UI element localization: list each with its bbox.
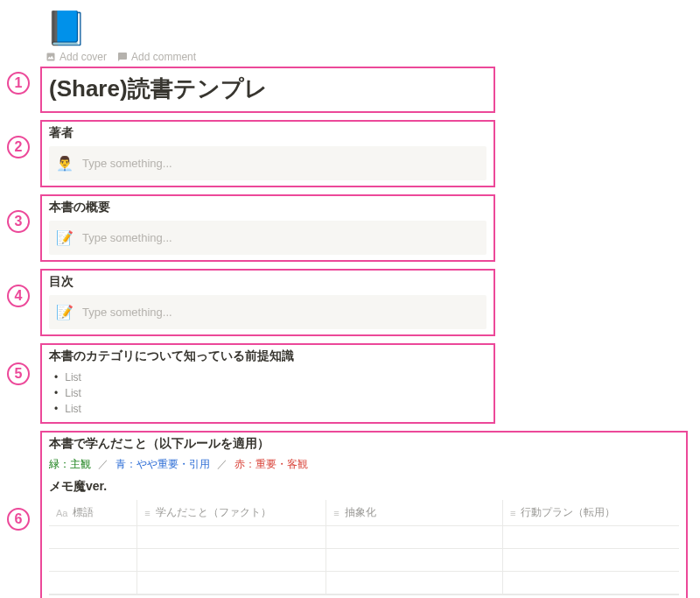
list-item[interactable]: List xyxy=(54,401,486,417)
text-property-icon: ≡ xyxy=(510,508,515,518)
column-header[interactable]: Aa標語 xyxy=(49,500,137,526)
separator: ／ xyxy=(217,457,228,472)
toc-heading: 目次 xyxy=(49,274,486,290)
annotation-3: 3 xyxy=(7,210,30,233)
rule-blue: 青：やや重要・引用 xyxy=(116,457,210,472)
annotation-2: 2 xyxy=(7,136,30,158)
add-comment-label: Add comment xyxy=(131,51,196,63)
column-header[interactable]: ≡学んだこと（ファクト） xyxy=(137,500,326,526)
add-cover-label: Add cover xyxy=(60,51,107,63)
table-row[interactable] xyxy=(49,549,679,572)
toc-callout[interactable]: 📝 Type something... xyxy=(49,295,486,329)
text-property-icon: ≡ xyxy=(144,508,150,518)
text-property-icon: ≡ xyxy=(333,508,339,518)
list-item[interactable]: List xyxy=(54,385,486,401)
title-property-icon: Aa xyxy=(56,508,67,518)
person-icon: 👨‍💼 xyxy=(56,155,74,172)
annotation-6: 6 xyxy=(7,508,30,531)
learned-section: 本書で学んだこと（以下ルールを適用） 緑：主観 ／ 青：やや重要・引用 ／ 赤：… xyxy=(40,431,688,598)
learned-table: Aa標語 ≡学んだこと（ファクト） ≡抽象化 ≡行動プラン（転用） xyxy=(49,500,679,594)
summary-callout[interactable]: 📝 Type something... xyxy=(49,221,486,255)
column-header[interactable]: ≡抽象化 xyxy=(326,500,503,526)
author-heading: 著者 xyxy=(49,125,486,141)
cover-actions: Add cover Add comment xyxy=(46,51,688,63)
toc-placeholder: Type something... xyxy=(82,306,172,319)
summary-heading: 本書の概要 xyxy=(49,200,486,215)
list-item[interactable]: List xyxy=(54,369,486,385)
prior-knowledge-section: 本書のカテゴリについて知っている前提知識 List List List xyxy=(40,343,495,424)
separator: ／ xyxy=(98,457,108,472)
rule-green: 緑：主観 xyxy=(49,457,91,472)
learned-heading: 本書で学んだこと（以下ルールを適用） xyxy=(49,436,679,452)
annotation-5: 5 xyxy=(7,362,30,385)
add-comment-button[interactable]: Add comment xyxy=(117,51,196,63)
column-header[interactable]: ≡行動プラン（転用） xyxy=(502,500,679,526)
annotation-4: 4 xyxy=(7,285,30,307)
color-rules: 緑：主観 ／ 青：やや重要・引用 ／ 赤：重要・客観 xyxy=(49,457,679,472)
table-row[interactable] xyxy=(49,572,679,594)
rule-red: 赤：重要・客観 xyxy=(234,457,308,472)
memo-icon: 📝 xyxy=(56,304,74,320)
annotation-1: 1 xyxy=(7,72,30,95)
new-row-button[interactable]: ＋ New xyxy=(49,594,679,598)
memo-icon: 📝 xyxy=(56,229,74,246)
page-icon[interactable]: 📘 xyxy=(46,9,688,47)
title-box: (Share)読書テンプレ xyxy=(40,67,495,113)
prior-heading: 本書のカテゴリについて知っている前提知識 xyxy=(49,348,486,364)
page-title[interactable]: (Share)読書テンプレ xyxy=(49,72,486,106)
summary-placeholder: Type something... xyxy=(82,231,172,244)
author-callout[interactable]: 👨‍💼 Type something... xyxy=(49,146,486,180)
toc-section: 目次 📝 Type something... xyxy=(40,269,495,336)
add-cover-button[interactable]: Add cover xyxy=(46,51,107,63)
summary-section: 本書の概要 📝 Type something... xyxy=(40,194,495,262)
comment-icon xyxy=(117,52,128,62)
prior-list: List List List xyxy=(49,369,486,417)
database-title[interactable]: メモ魔ver. xyxy=(49,479,679,495)
author-section: 著者 👨‍💼 Type something... xyxy=(40,120,495,187)
table-row[interactable] xyxy=(49,526,679,549)
author-placeholder: Type something... xyxy=(82,157,172,170)
table-header-row: Aa標語 ≡学んだこと（ファクト） ≡抽象化 ≡行動プラン（転用） xyxy=(49,500,679,526)
image-icon xyxy=(46,52,56,62)
